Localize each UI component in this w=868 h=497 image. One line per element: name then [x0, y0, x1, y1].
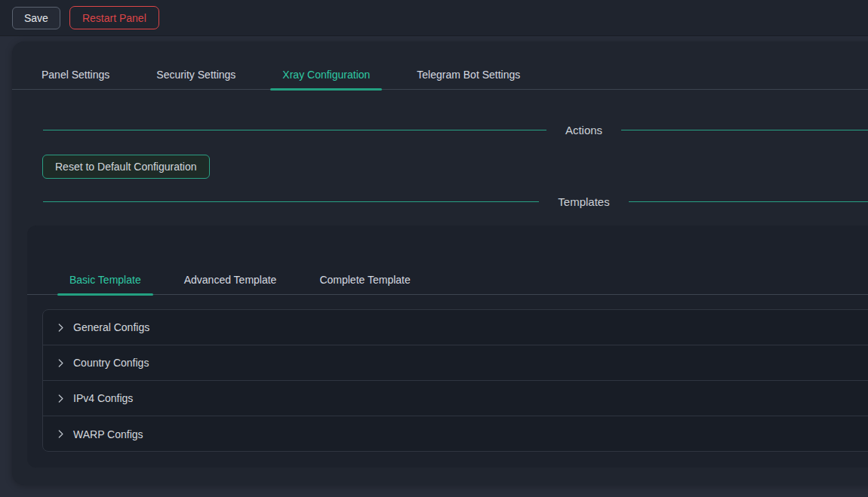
actions-divider: Actions [43, 121, 868, 138]
tab-complete-template[interactable]: Complete Template [307, 265, 422, 294]
accordion-row-country-configs[interactable]: Country Configs [43, 345, 868, 381]
accordion-row-warp-configs[interactable]: WARP Configs [43, 416, 868, 452]
accordion-row-label: General Configs [73, 321, 149, 333]
tab-xray-configuration[interactable]: Xray Configuration [270, 60, 382, 89]
chevron-right-icon [56, 429, 66, 439]
settings-card: Panel Settings Security Settings Xray Co… [12, 41, 868, 485]
template-config-accordion: General Configs Country Configs IPv4 Con… [42, 309, 868, 452]
chevron-right-icon [56, 323, 66, 333]
tab-panel-settings[interactable]: Panel Settings [29, 60, 122, 89]
tab-telegram-bot-settings[interactable]: Telegram Bot Settings [405, 60, 532, 89]
accordion-row-label: Country Configs [73, 357, 149, 369]
save-button[interactable]: Save [12, 7, 60, 29]
reset-to-default-button[interactable]: Reset to Default Configuration [42, 155, 210, 179]
topbar: Save Restart Panel [0, 0, 868, 35]
chevron-right-icon [56, 358, 66, 368]
templates-card: Basic Template Advanced Template Complet… [27, 225, 868, 468]
templates-divider: Templates [43, 193, 868, 210]
accordion-row-label: WARP Configs [73, 428, 143, 440]
actions-divider-label: Actions [565, 124, 602, 137]
templates-tabbar: Basic Template Advanced Template Complet… [27, 265, 868, 295]
tab-basic-template[interactable]: Basic Template [57, 265, 153, 294]
restart-panel-button[interactable]: Restart Panel [69, 6, 159, 29]
chevron-right-icon [56, 394, 66, 403]
tab-advanced-template[interactable]: Advanced Template [172, 265, 289, 294]
tab-security-settings[interactable]: Security Settings [144, 60, 248, 89]
settings-tabbar: Panel Settings Security Settings Xray Co… [12, 60, 868, 90]
accordion-row-ipv4-configs[interactable]: IPv4 Configs [43, 381, 868, 416]
accordion-row-label: IPv4 Configs [73, 392, 133, 404]
accordion-row-general-configs[interactable]: General Configs [43, 310, 868, 345]
templates-divider-label: Templates [558, 195, 609, 208]
